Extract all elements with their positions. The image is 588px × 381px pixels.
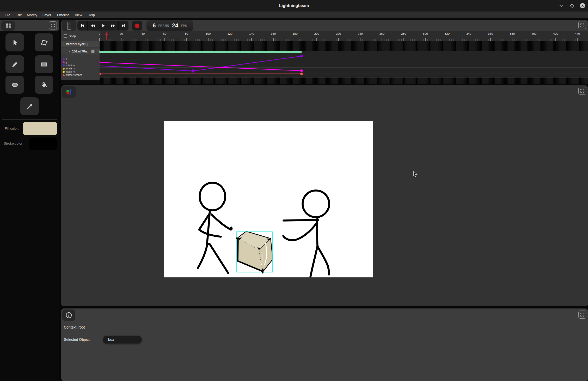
layer-expander-icon[interactable]: ▾ <box>63 43 64 45</box>
tool-pencil-button[interactable] <box>5 55 24 73</box>
menu-item-help[interactable]: Help <box>85 12 97 18</box>
skip-to-end-button[interactable] <box>119 21 128 31</box>
fast-forward-icon <box>111 23 116 28</box>
layer-visibility-swatch[interactable] <box>91 50 95 53</box>
timeline-expand-button[interactable] <box>578 21 586 29</box>
ruler-major-tick <box>490 38 491 41</box>
selected-object-row: Selected Object box <box>64 336 142 343</box>
layer-row-object[interactable]: ▾ 151ad70a... ~ <box>61 48 100 55</box>
keyframe-dot-frameNumber[interactable] <box>100 73 101 75</box>
keyframe-dot-y[interactable] <box>100 61 101 63</box>
panel-grid-button[interactable] <box>1 21 15 31</box>
canvas-expand-button[interactable] <box>578 87 586 95</box>
tool-rectangle-button[interactable] <box>35 55 53 73</box>
ruler-tick-label: 240 <box>358 32 363 35</box>
layer-modifier-button[interactable]: ~ <box>96 50 100 53</box>
tool-transform-button[interactable] <box>35 33 53 51</box>
timeline-ruler[interactable]: 0204060801001201401601802002202402602803… <box>100 31 588 41</box>
property-row-frameNumber[interactable]: frameNumber <box>61 74 100 77</box>
property-row-scale_x[interactable]: scale_x <box>61 67 100 70</box>
sidebar-header <box>0 20 59 31</box>
record-button[interactable] <box>132 21 142 31</box>
stroke-color-swatch[interactable] <box>29 138 57 150</box>
workspace: Fill color: Stroke color: <box>0 20 588 381</box>
ruler-major-tick <box>121 38 121 41</box>
layer-column: ▾ VectorLayer [L] ▾ 151ad70a... ~ xyrota… <box>61 41 100 80</box>
keyframe-dot-x[interactable] <box>300 55 303 57</box>
menu-item-edit[interactable]: Edit <box>13 12 24 18</box>
object-expander-icon[interactable]: ▾ <box>69 50 70 53</box>
ruler-major-tick <box>99 38 100 41</box>
property-row-scale_y[interactable]: scale_y <box>61 70 100 74</box>
ruler-major-tick <box>251 38 252 41</box>
property-row-x[interactable]: x <box>61 57 100 61</box>
keyframe-dot-y[interactable] <box>300 69 303 72</box>
minimize-icon[interactable] <box>557 2 565 10</box>
menu-item-modify[interactable]: Modify <box>24 12 40 18</box>
property-name: x <box>66 58 67 60</box>
rewind-icon <box>90 23 95 28</box>
fullscreen-icon <box>51 23 55 28</box>
ruler-tick-label: 120 <box>227 32 232 35</box>
ruler-tick-label: 0 <box>99 32 100 35</box>
sidebar-divider <box>2 119 57 120</box>
keyframe-curves[interactable] <box>100 41 588 84</box>
keyframe-dot-frameNumber[interactable] <box>300 73 303 75</box>
ruler-tick-label: 400 <box>531 32 536 35</box>
menu-item-layer[interactable]: Layer <box>40 12 54 18</box>
timeline-tracks[interactable]: 0204060801001201401601802002202402602803… <box>100 31 588 84</box>
ruler-tick-label: 220 <box>336 32 341 35</box>
selection-anchor[interactable] <box>262 272 264 273</box>
menu-item-view[interactable]: View <box>72 12 85 18</box>
property-row-rotation[interactable]: rotation <box>61 64 100 67</box>
fps-value: 24 <box>172 22 178 29</box>
property-row-y[interactable]: y <box>61 61 100 64</box>
canvas-tab-button[interactable] <box>62 86 76 98</box>
selection-anchor[interactable] <box>236 237 237 239</box>
box-object[interactable] <box>238 232 272 271</box>
stick-figure-right[interactable] <box>283 190 329 277</box>
ruler-major-tick <box>360 38 360 41</box>
maximize-icon[interactable] <box>568 2 576 10</box>
curve-y[interactable] <box>100 62 302 71</box>
stick-figure-left[interactable] <box>198 183 232 273</box>
menu-item-timeline[interactable]: Timeline <box>54 12 72 18</box>
ruler-major-tick <box>230 38 230 41</box>
ruler-major-tick <box>338 38 339 41</box>
track-area[interactable] <box>100 41 588 84</box>
tool-ellipse-button[interactable] <box>5 76 24 94</box>
tool-paint-bucket-button[interactable] <box>35 76 53 94</box>
ruler-tick-label: 360 <box>488 32 493 35</box>
info-expand-button[interactable] <box>578 311 586 319</box>
tool-eyedropper-button[interactable] <box>20 97 39 115</box>
animation-stage[interactable] <box>164 121 373 277</box>
layer-row-vectorlayer[interactable]: ▾ VectorLayer [L] <box>61 41 100 47</box>
close-icon[interactable] <box>579 2 586 10</box>
ruler-major-tick <box>469 38 469 41</box>
fast-forward-button[interactable] <box>108 21 118 31</box>
keyframe-dot-x[interactable] <box>100 65 100 67</box>
timeline-tab-button[interactable] <box>62 20 76 31</box>
fill-color-swatch[interactable] <box>23 122 57 135</box>
skip-to-start-button[interactable] <box>77 21 88 31</box>
rewind-button[interactable] <box>88 21 98 31</box>
sidebar-expand-button[interactable] <box>49 21 57 29</box>
keyframe-dot-x[interactable] <box>191 69 194 73</box>
play-button[interactable] <box>98 21 108 31</box>
ruler-major-tick <box>534 38 534 41</box>
ruler-major-tick <box>403 38 404 41</box>
frame-value: 6 <box>152 22 156 29</box>
playhead[interactable] <box>105 32 108 41</box>
fullscreen-icon <box>580 312 585 317</box>
eyedropper-icon <box>26 103 34 110</box>
ruler-major-tick <box>577 38 578 41</box>
object-name: 151ad70a... <box>72 50 90 53</box>
grid-icon <box>5 23 11 29</box>
layer-name: VectorLayer <box>66 42 85 46</box>
mouse-cursor-icon <box>413 171 419 178</box>
selected-object-pill[interactable]: box <box>103 336 142 343</box>
tool-select-button[interactable] <box>5 33 24 51</box>
info-tab-button[interactable] <box>62 309 75 321</box>
menu-item-file[interactable]: File <box>2 12 13 18</box>
snap-checkbox[interactable] <box>64 34 67 38</box>
